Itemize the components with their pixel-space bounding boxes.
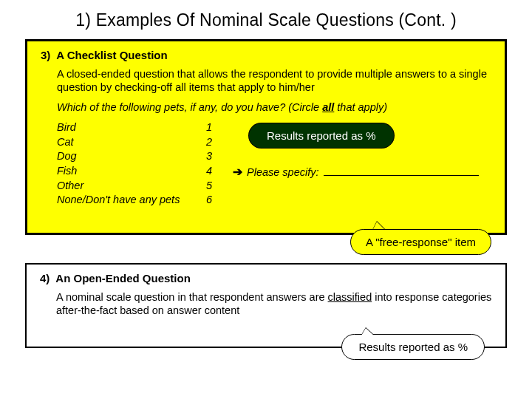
free-response-callout: A "free-response" item — [350, 229, 491, 255]
desc-underlined: classified — [328, 291, 372, 303]
option-number: 5 — [206, 179, 216, 194]
option-number: 4 — [206, 164, 216, 179]
prompt-part-b: that apply) — [334, 101, 387, 113]
options-block: Bird Cat Dog Fish Other None/Don't have … — [57, 120, 491, 207]
option-numbers: 1 2 3 4 5 6 — [206, 120, 216, 207]
slide: 1) Examples Of Nominal Scale Questions (… — [0, 0, 532, 399]
free-response-badge: A "free-response" item — [350, 229, 491, 255]
panel3-number: 3) — [41, 49, 50, 61]
prompt-part-a: Which of the following pets, if any, do … — [57, 101, 322, 113]
panel-open-ended: 4) An Open-Ended Question A nominal scal… — [25, 263, 507, 348]
option-label: Cat — [57, 135, 190, 150]
option-number: 2 — [206, 135, 216, 150]
results-badge: Results reported as % — [341, 334, 485, 360]
option-label: Other — [57, 179, 190, 194]
panel3-prompt: Which of the following pets, if any, do … — [57, 101, 491, 113]
arrow-icon: ➔ — [233, 165, 242, 179]
panel4-heading: 4) An Open-Ended Question — [40, 272, 492, 284]
callout-tail-icon — [361, 328, 374, 335]
specify-line — [324, 166, 479, 177]
option-labels: Bird Cat Dog Fish Other None/Don't have … — [57, 120, 190, 207]
option-label: Dog — [57, 149, 190, 164]
results-badge-text: Results reported as % — [358, 341, 468, 353]
results-badge: Results reported as % — [249, 123, 394, 148]
option-number: 3 — [206, 149, 216, 164]
option-label: Bird — [57, 120, 190, 135]
please-specify-label: Please specify: — [247, 166, 319, 178]
panel4-title: An Open-Ended Question — [55, 272, 191, 284]
page-title: 1) Examples Of Nominal Scale Questions (… — [0, 0, 532, 39]
panel4-number: 4) — [40, 272, 50, 284]
prompt-bold: all — [322, 101, 334, 113]
panel-checklist: 3) A Checklist Question A closed-ended q… — [25, 39, 507, 235]
panel3-title: A Checklist Question — [56, 49, 167, 61]
panel4-description: A nominal scale question in that respond… — [56, 290, 492, 317]
please-specify-row: ➔ Please specify: — [233, 165, 479, 179]
option-number: 6 — [206, 193, 216, 208]
panel3-description: A closed-ended question that allows the … — [57, 67, 491, 94]
option-label: None/Don't have any pets — [57, 193, 190, 208]
desc-pre: A nominal scale question in that respond… — [56, 291, 328, 303]
option-label: Fish — [57, 164, 190, 179]
option-number: 1 — [206, 120, 216, 135]
panel3-heading: 3) A Checklist Question — [41, 49, 491, 61]
